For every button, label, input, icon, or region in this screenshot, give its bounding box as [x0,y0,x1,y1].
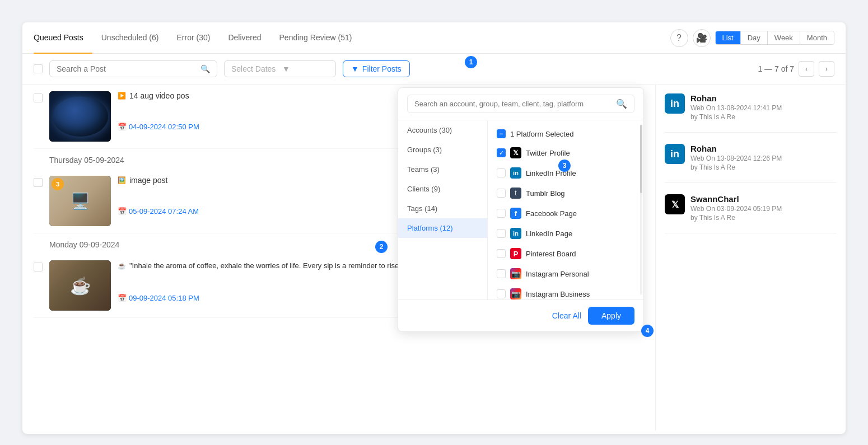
checkbox-tumblr[interactable] [497,189,506,198]
checkbox-instagram-personal[interactable] [497,269,506,278]
tab-error[interactable]: Error (30) [167,22,219,54]
prev-page-button[interactable]: ‹ [799,61,814,77]
account-detail-1: Web On 13-08-2024 12:41 PM [690,104,782,112]
filter-posts-button[interactable]: ▼ Filter Posts [343,60,410,77]
filter-platforms[interactable]: Platforms (12) [398,218,487,238]
linkedin-page-icon: in [510,228,521,239]
checkbox-pinterest[interactable] [497,249,506,258]
filter-option-facebook[interactable]: f Facebook Page [488,203,643,223]
select-all-checkbox[interactable] [34,64,43,73]
checkbox-twitter[interactable] [497,148,506,157]
filter-tags[interactable]: Tags (14) [398,199,487,218]
next-page-button[interactable]: › [819,61,834,77]
filter-teams[interactable]: Teams (3) [398,160,487,179]
video-camera-icon: 🎥 [696,32,707,43]
filter-search-area: 🔍 [398,88,643,120]
account-card-1: in Rohan Web On 13-08-2024 12:41 PM by T… [665,93,837,133]
filter-dropdown: 🔍 Accounts (30) Groups (3) Teams (3) Cli… [398,87,644,332]
filter-option-tumblr[interactable]: t Tumblr Blog [488,183,643,203]
view-controls: ? 🎥 List Day Week Month [670,29,835,47]
option-label-all: 1 Platform Selected [510,130,573,138]
option-label-facebook: Facebook Page [526,209,577,218]
search-box[interactable]: 🔍 [49,60,217,77]
post-thumbnail-3: ☕ [49,260,111,311]
app-container: Queued Posts Unscheduled (6) Error (30) … [0,0,868,445]
calendar-icon-3: 📅 [118,294,127,302]
checkbox-all-platforms[interactable] [497,129,506,138]
filter-option-linkedin-page[interactable]: in LinkedIn Page [488,223,643,243]
filter-option-instagram-personal[interactable]: 📷 Instagram Personal [488,264,643,284]
post-thumbnail-1 [49,91,111,142]
filter-label: Filter Posts [362,64,402,73]
twitter-platform-icon: 𝕏 [510,147,521,158]
checkbox-linkedin[interactable] [497,168,506,177]
tab-unscheduled[interactable]: Unscheduled (6) [92,22,168,54]
question-icon: ? [676,33,682,43]
chevron-down-icon: ▼ [282,64,329,73]
filter-option-instagram-business[interactable]: 📷 Instagram Business [488,284,643,299]
date-select-text: Select Dates [231,64,278,73]
toolbar: 🔍 Select Dates ▼ ▼ Filter Posts 1 — 7 of… [22,54,846,85]
filter-options-panel: 1 Platform Selected 𝕏 Twitter Profile in… [488,120,643,299]
help-icon-btn[interactable]: ? [670,29,688,47]
search-input[interactable] [57,64,196,73]
account-card-3: 𝕏 SwannCharl Web On 03-09-2024 05:19 PM … [665,194,837,233]
search-icon: 🔍 [200,64,210,73]
filter-body: Accounts (30) Groups (3) Teams (3) Clien… [398,120,643,299]
twitter-icon-1: 𝕏 [665,194,685,214]
tab-delivered[interactable]: Delivered [219,22,270,54]
view-month-button[interactable]: Month [800,31,834,44]
clear-all-button[interactable]: Clear All [552,311,581,320]
account-detail-2: Web On 13-08-2024 12:26 PM [690,154,782,162]
scrollbar-thumb [640,125,642,193]
account-by-2: by This Is A Re [690,163,782,171]
account-name-1: Rohan [690,93,782,103]
instagram-personal-icon: 📷 [510,268,521,279]
step-badge-4: 4 [641,325,654,337]
instagram-business-icon: 📷 [510,288,521,299]
filter-clients[interactable]: Clients (9) [398,179,487,199]
filter-option-all[interactable]: 1 Platform Selected [488,125,643,143]
date-select[interactable]: Select Dates ▼ [224,60,336,77]
pagination: 1 — 7 of 7 ‹ › [758,61,834,77]
checkbox-facebook[interactable] [497,209,506,218]
main-panel: Queued Posts Unscheduled (6) Error (30) … [22,22,846,434]
scrollbar-track [640,125,642,295]
option-label-instagram-personal: Instagram Personal [526,270,589,278]
apply-button[interactable]: Apply [588,307,634,325]
filter-search-input[interactable] [414,100,612,108]
filter-footer: Clear All Apply [398,299,643,331]
linkedin-icon-2: in [665,144,685,164]
option-label-twitter: Twitter Profile [526,149,570,157]
filter-sidebar: Accounts (30) Groups (3) Teams (3) Clien… [398,120,488,299]
option-label-instagram-business: Instagram Business [526,290,590,298]
post-badge-2: 3 [52,178,64,190]
linkedin-icon-1: in [665,93,685,114]
account-detail-3: Web On 03-09-2024 05:19 PM [690,205,782,213]
post-checkbox-1[interactable] [34,93,43,102]
filter-groups[interactable]: Groups (3) [398,140,487,160]
account-name-3: SwannCharl [690,194,782,204]
option-label-tumblr: Tumblr Blog [526,189,565,198]
view-list-button[interactable]: List [716,31,741,44]
tumblr-platform-icon: t [510,188,521,199]
checkbox-instagram-business[interactable] [497,289,506,298]
tabs-bar: Queued Posts Unscheduled (6) Error (30) … [22,22,846,54]
filter-search-inner[interactable]: 🔍 [407,95,634,113]
view-week-button[interactable]: Week [768,31,800,44]
account-by-3: by This Is A Re [690,214,782,222]
filter-accounts[interactable]: Accounts (30) [398,120,487,140]
post-checkbox-3[interactable] [34,263,43,271]
view-day-button[interactable]: Day [741,31,768,44]
post-title-1: 14 aug video pos [129,91,189,100]
tab-queued-posts[interactable]: Queued Posts [34,22,92,54]
option-label-pinterest: Pinterest Board [526,250,576,258]
checkbox-linkedin-page[interactable] [497,229,506,238]
linkedin-platform-icon: in [510,167,521,179]
post-thumbnail-2: 🖥️ 3 [49,176,111,226]
filter-option-pinterest[interactable]: P Pinterest Board [488,243,643,264]
account-name-2: Rohan [690,144,782,153]
tab-pending-review[interactable]: Pending Review (51) [270,22,361,54]
video-icon-btn[interactable]: 🎥 [693,29,711,47]
post-checkbox-2[interactable] [34,178,43,187]
